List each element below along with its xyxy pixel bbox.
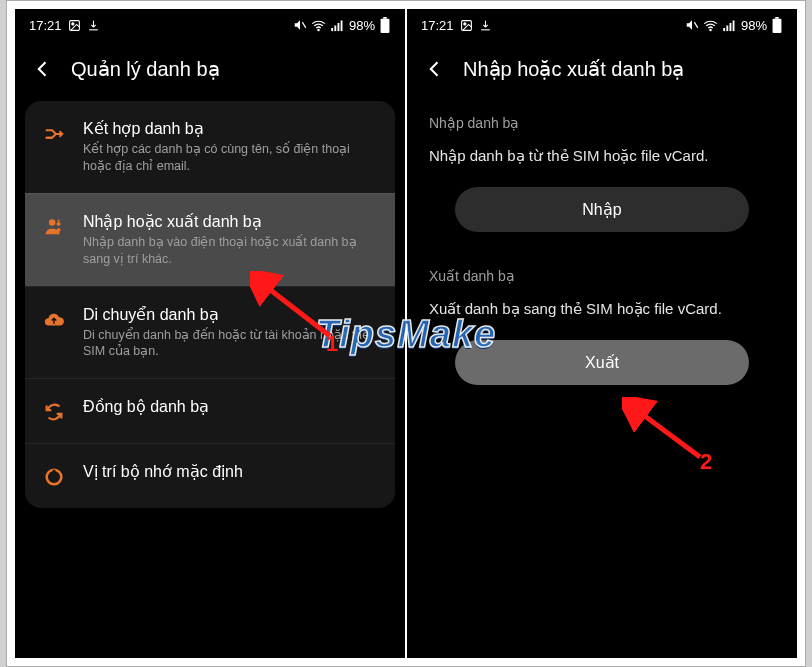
page-title: Nhập hoặc xuất danh bạ	[463, 57, 684, 81]
signal-icon	[722, 18, 737, 33]
svg-rect-21	[733, 20, 735, 31]
item-desc: Kết hợp các danh bạ có cùng tên, số điện…	[83, 141, 379, 175]
item-title: Vị trí bộ nhớ mặc định	[83, 462, 379, 481]
item-title: Kết hợp danh bạ	[83, 119, 379, 138]
phone-screen-right: 17:21 98%	[407, 9, 797, 658]
signal-icon	[330, 18, 345, 33]
svg-rect-20	[729, 23, 731, 31]
status-time: 17:21	[29, 18, 62, 33]
battery-pct: 98%	[349, 18, 375, 33]
image-icon	[68, 19, 81, 32]
download-icon	[479, 19, 492, 32]
svg-rect-18	[723, 28, 725, 31]
svg-rect-22	[775, 17, 779, 19]
svg-line-16	[694, 22, 698, 28]
svg-point-10	[49, 219, 55, 225]
svg-point-3	[318, 29, 319, 30]
item-import-export[interactable]: Nhập hoặc xuất danh bạ Nhập danh bạ vào …	[25, 193, 395, 286]
export-button[interactable]: Xuất	[455, 340, 749, 385]
svg-rect-5	[334, 25, 336, 31]
svg-rect-23	[773, 19, 782, 33]
svg-line-25	[638, 411, 700, 457]
import-label: Nhập danh bạ	[429, 115, 775, 131]
svg-rect-4	[331, 28, 333, 31]
wifi-icon	[703, 18, 718, 33]
svg-rect-19	[726, 25, 728, 31]
svg-point-17	[710, 29, 711, 30]
svg-rect-9	[381, 19, 390, 33]
svg-rect-7	[341, 20, 343, 31]
item-sync-contacts[interactable]: Đồng bộ danh bạ	[25, 378, 395, 443]
page-title: Quản lý danh bạ	[71, 57, 220, 81]
svg-rect-8	[383, 17, 387, 19]
cloud-upload-icon	[41, 307, 67, 333]
header: Nhập hoặc xuất danh bạ	[407, 41, 797, 101]
item-move-contacts[interactable]: Di chuyển danh bạ Di chuyển danh bạ đến …	[25, 286, 395, 379]
svg-line-2	[302, 22, 306, 28]
export-label: Xuất danh bạ	[429, 268, 775, 284]
import-section: Nhập danh bạ Nhập danh bạ từ thẻ SIM hoặ…	[407, 101, 797, 254]
item-desc: Nhập danh bạ vào điện thoại hoặc xuất da…	[83, 234, 379, 268]
svg-point-15	[463, 22, 465, 24]
status-bar: 17:21 98%	[407, 9, 797, 41]
annotation-label-2: 2	[700, 449, 712, 475]
storage-icon	[41, 464, 67, 490]
image-icon	[460, 19, 473, 32]
item-title: Đồng bộ danh bạ	[83, 397, 379, 416]
status-bar: 17:21 98%	[15, 9, 405, 41]
import-export-icon	[41, 214, 67, 240]
status-time: 17:21	[421, 18, 454, 33]
item-title: Di chuyển danh bạ	[83, 305, 379, 324]
mute-icon	[293, 18, 307, 32]
header: Quản lý danh bạ	[15, 41, 405, 101]
merge-icon	[41, 121, 67, 147]
annotation-arrow-2	[622, 397, 712, 467]
svg-rect-6	[337, 23, 339, 31]
battery-icon	[771, 17, 783, 33]
item-default-storage[interactable]: Vị trí bộ nhớ mặc định	[25, 443, 395, 508]
item-desc: Di chuyển danh bạ đến hoặc từ tài khoản …	[83, 327, 379, 361]
wifi-icon	[311, 18, 326, 33]
back-icon[interactable]	[425, 59, 445, 79]
import-button[interactable]: Nhập	[455, 187, 749, 232]
phone-screen-left: 17:21 98%	[15, 9, 405, 658]
download-icon	[87, 19, 100, 32]
export-section: Xuất danh bạ Xuất danh bạ sang thẻ SIM h…	[407, 254, 797, 407]
svg-point-1	[71, 22, 73, 24]
settings-list: Kết hợp danh bạ Kết hợp các danh bạ có c…	[25, 101, 395, 508]
back-icon[interactable]	[33, 59, 53, 79]
item-merge-contacts[interactable]: Kết hợp danh bạ Kết hợp các danh bạ có c…	[25, 101, 395, 193]
export-desc: Xuất danh bạ sang thẻ SIM hoặc file vCar…	[429, 300, 775, 318]
item-title: Nhập hoặc xuất danh bạ	[83, 212, 379, 231]
battery-pct: 98%	[741, 18, 767, 33]
import-desc: Nhập danh bạ từ thẻ SIM hoặc file vCard.	[429, 147, 775, 165]
mute-icon	[685, 18, 699, 32]
battery-icon	[379, 17, 391, 33]
sync-icon	[41, 399, 67, 425]
